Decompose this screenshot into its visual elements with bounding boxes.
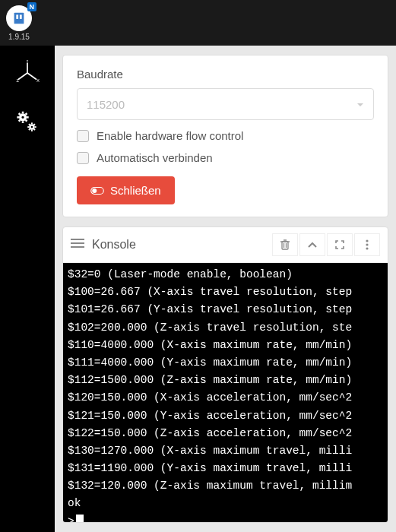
cursor <box>76 515 84 522</box>
axes-icon[interactable]: Y Z X <box>9 55 46 91</box>
console-line: $132=120.000 (Z-axis maximum travel, mil… <box>68 477 383 495</box>
app-icon[interactable]: N <box>6 5 32 31</box>
console-output[interactable]: $32=0 (Laser-mode enable, boolean) $100=… <box>63 263 388 522</box>
svg-line-26 <box>34 124 35 125</box>
svg-line-24 <box>34 129 35 130</box>
notification-badge: N <box>27 2 37 11</box>
svg-point-39 <box>366 247 368 249</box>
console-line: $100=26.667 (X-axis travel resolution, s… <box>68 283 383 301</box>
svg-line-14 <box>19 113 21 115</box>
flow-control-row[interactable]: Enable hardware flow control <box>77 129 374 142</box>
svg-line-25 <box>29 129 30 130</box>
console-line: $120=150.000 (X-axis acceleration, mm/se… <box>68 389 383 407</box>
chevron-down-icon <box>356 98 364 111</box>
sidebar: Y Z X <box>0 46 55 532</box>
svg-point-28 <box>92 188 97 193</box>
baudrate-value: 115200 <box>87 98 125 111</box>
auto-connect-label: Automatisch verbinden <box>97 151 213 164</box>
main-content: Baudrate 115200 Enable hardware flow con… <box>55 46 396 532</box>
console-line: $112=1500.000 (Z-axis maximum rate, mm/m… <box>68 372 383 389</box>
console-prompt[interactable]: > <box>68 513 383 522</box>
svg-rect-32 <box>282 242 288 249</box>
svg-line-17 <box>26 113 27 115</box>
console-line: ok <box>68 495 383 512</box>
toggle-icon <box>90 186 104 195</box>
close-button-label: Schließen <box>110 184 161 197</box>
svg-line-5 <box>27 73 36 80</box>
console-actions <box>272 233 380 256</box>
console-line: $32=0 (Laser-mode enable, boolean) <box>68 266 383 283</box>
svg-line-16 <box>19 120 21 122</box>
auto-connect-checkbox[interactable] <box>77 152 89 164</box>
flow-control-label: Enable hardware flow control <box>97 129 243 142</box>
svg-point-38 <box>366 243 368 245</box>
menu-icon[interactable] <box>71 238 84 252</box>
chevron-up-icon[interactable] <box>299 233 325 256</box>
console-title: Konsole <box>92 238 265 252</box>
version-label: 1.9.15 <box>8 33 30 41</box>
expand-icon[interactable] <box>327 233 353 256</box>
console-line: $130=1270.000 (X-axis maximum travel, mi… <box>68 442 383 460</box>
console-line: $122=150.000 (Z-axis acceleration, mm/se… <box>68 425 383 442</box>
console-header: Konsole <box>63 227 388 263</box>
svg-text:Z: Z <box>17 78 20 83</box>
baudrate-select[interactable]: 115200 <box>77 88 374 120</box>
svg-rect-0 <box>14 12 24 24</box>
auto-connect-row[interactable]: Automatisch verbinden <box>77 151 374 164</box>
settings-icon[interactable] <box>9 105 46 141</box>
brand: N 1.9.15 <box>6 5 32 41</box>
topbar: N 1.9.15 <box>0 0 396 46</box>
svg-text:Y: Y <box>26 60 29 63</box>
prompt-symbol: > <box>68 513 74 522</box>
svg-line-15 <box>26 120 27 122</box>
console-line: $121=150.000 (Y-axis acceleration, mm/se… <box>68 407 383 425</box>
svg-rect-1 <box>16 14 18 19</box>
console-line: $131=1190.000 (Y-axis maximum travel, mi… <box>68 460 383 477</box>
svg-rect-2 <box>20 14 22 19</box>
console-line: $102=200.000 (Z-axis travel resolution, … <box>68 319 383 337</box>
baudrate-label: Baudrate <box>77 68 374 81</box>
console-panel: Konsole $32=0 (Laser-mode enable, boolea… <box>62 226 388 523</box>
svg-line-4 <box>18 73 27 80</box>
connection-panel: Baudrate 115200 Enable hardware flow con… <box>62 55 388 217</box>
svg-point-9 <box>21 115 26 120</box>
flow-control-checkbox[interactable] <box>77 130 89 142</box>
svg-text:X: X <box>36 78 40 83</box>
console-line: $110=4000.000 (X-axis maximum rate, mm/m… <box>68 337 383 354</box>
console-line: $111=4000.000 (Y-axis maximum rate, mm/m… <box>68 354 383 372</box>
close-button[interactable]: Schließen <box>77 176 175 204</box>
more-icon[interactable] <box>354 233 380 256</box>
console-line: $101=26.667 (Y-axis travel resolution, s… <box>68 301 383 318</box>
svg-point-18 <box>30 125 33 129</box>
svg-point-37 <box>366 239 368 242</box>
trash-icon[interactable] <box>272 233 298 256</box>
svg-line-23 <box>29 124 30 125</box>
